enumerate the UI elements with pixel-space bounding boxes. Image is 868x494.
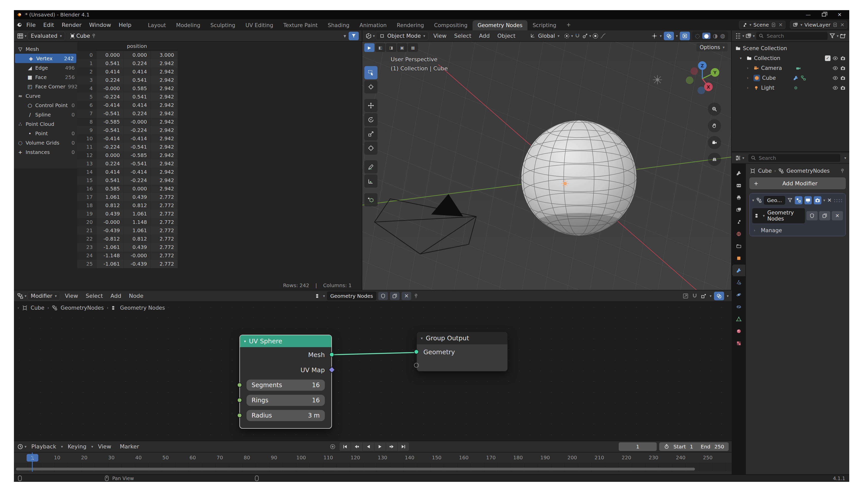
breadcrumb-object[interactable]: Cube (758, 168, 772, 174)
table-row[interactable]: 11 -0.224 -0.541 2.942 (77, 143, 178, 151)
socket-input[interactable] (237, 398, 242, 403)
tab-collection[interactable] (732, 240, 745, 252)
data-source-item[interactable]: ◆ Vertex 242 (15, 54, 76, 63)
delete-modifier-icon[interactable]: ✕ (827, 197, 832, 203)
tool-scale[interactable] (364, 127, 377, 140)
tab-output[interactable] (732, 192, 745, 203)
modifier-panel-header[interactable]: ▾ Geo... ▾ ✕ :::: (752, 196, 843, 205)
editor-type-chevron-icon[interactable]: ▾ (742, 34, 744, 38)
overlay-toggle[interactable] (714, 292, 724, 300)
table-row[interactable]: 23 -1.061 0.439 2.772 (77, 243, 178, 251)
unlink-scene-icon[interactable]: ✕ (779, 22, 783, 28)
tab-scene[interactable] (732, 216, 745, 228)
table-row[interactable]: 8 -0.585 -0.000 2.942 (77, 118, 178, 126)
editor-type-chevron-icon[interactable]: ▾ (24, 34, 26, 38)
breadcrumb-modifier[interactable]: GeometryNodes (787, 168, 830, 174)
socket-input[interactable] (237, 413, 242, 418)
workspace-tab[interactable]: Sculpting (205, 20, 240, 31)
geometry-nodes-data-icon[interactable] (800, 75, 806, 81)
data-source-item[interactable]: ◰ Face Corner 992 (14, 82, 77, 91)
socket-geometry-input[interactable] (414, 349, 419, 354)
prev-keyframe-button[interactable] (351, 442, 362, 451)
column-group-header[interactable]: position (96, 42, 178, 51)
render-camera-icon[interactable] (840, 55, 846, 61)
tab-view-layer[interactable] (732, 204, 745, 215)
scene-selector[interactable]: ▾ Scene ✕ (739, 21, 786, 29)
breadcrumb-object[interactable]: Cube (31, 305, 44, 311)
unlink-datablock-button[interactable]: ✕ (832, 211, 843, 220)
socket-uvmap-output[interactable] (328, 366, 335, 373)
input-value-slider[interactable]: Radius 3 m (246, 410, 325, 421)
breadcrumb-modifier[interactable]: GeometryNodes (60, 305, 104, 311)
workspace-tab[interactable]: Geometry Nodes (473, 20, 528, 31)
camera-data-icon[interactable] (796, 65, 801, 71)
gizmo-axis-x-neg[interactable] (690, 68, 698, 75)
shading-solid-icon[interactable]: ● (702, 33, 710, 39)
breadcrumb-tree[interactable]: Geometry Nodes (120, 305, 165, 311)
table-row[interactable]: 21 -0.439 1.061 2.772 (77, 226, 178, 235)
breadcrumb-collapse-icon[interactable]: › (17, 306, 19, 310)
funnel-icon[interactable] (829, 33, 835, 39)
render-camera-icon[interactable] (840, 75, 846, 81)
tool-select-box[interactable] (364, 66, 377, 79)
chevron-down-icon[interactable]: ▾ (844, 156, 846, 160)
shading-wireframe-icon[interactable]: ◌ (695, 33, 700, 39)
mode-dropdown[interactable]: Object Mode ▾ (376, 32, 429, 40)
menu-marker[interactable]: Marker (116, 443, 143, 450)
end-value[interactable]: 250 (715, 443, 724, 450)
workspace-tab[interactable]: Shading (323, 20, 354, 31)
timeline-ruler[interactable]: 1020304050607080901001101201301401501601… (14, 453, 732, 463)
tool-cursor[interactable] (364, 80, 377, 93)
socket-mesh-output[interactable] (329, 352, 334, 357)
parent-tree-icon[interactable] (682, 293, 689, 299)
eye-icon[interactable] (833, 75, 838, 81)
xray-toggle[interactable] (680, 32, 690, 40)
node-group-output[interactable]: ▾ Group Output Geometry (417, 332, 508, 372)
show-gizmo-icon[interactable] (651, 33, 658, 39)
light-object-marker[interactable] (653, 75, 662, 84)
outliner-search[interactable] (756, 32, 828, 40)
editor-type-chevron-icon[interactable]: ▾ (24, 444, 26, 449)
tab-modifiers[interactable] (732, 265, 745, 276)
navigation-gizmo[interactable]: Z Y X (682, 58, 723, 98)
pin-icon[interactable] (91, 33, 96, 39)
tab-render[interactable] (732, 179, 745, 191)
table-row[interactable]: 19 0.439 1.061 2.772 (77, 210, 178, 218)
auto-keying-record-icon[interactable] (329, 443, 336, 450)
outliner-row-collection[interactable]: ▾ Collection ✓ (733, 53, 848, 63)
start-value[interactable]: 1 (690, 443, 693, 450)
manage-section-header[interactable]: › Manage (752, 227, 843, 233)
new-collection-icon[interactable] (839, 33, 846, 39)
workspace-tab[interactable]: Compositing (429, 20, 473, 31)
data-source-item[interactable]: ◌ Volume Grids 0 (14, 138, 77, 147)
toggle-select-mode-3[interactable]: ▣ (397, 43, 407, 52)
node-canvas[interactable]: › Cube › GeometryNodes › Geometry Nodes … (14, 302, 732, 441)
zoom-button[interactable] (708, 102, 721, 116)
toggle-object-types[interactable]: ▶ (364, 43, 374, 52)
table-row[interactable]: 5 -0.224 0.541 2.942 (77, 93, 178, 101)
outliner-editor-icon[interactable] (735, 33, 741, 39)
camera-object[interactable] (374, 194, 476, 254)
menu-item[interactable]: View (429, 33, 450, 39)
editor-type-chevron-icon[interactable]: ▾ (373, 34, 375, 38)
render-camera-icon[interactable] (840, 85, 846, 91)
new-view-layer-icon[interactable] (833, 22, 838, 27)
menu-item[interactable]: Object (494, 33, 519, 39)
data-source-item[interactable]: ≈ Curve (14, 91, 77, 100)
data-source-item[interactable]: / Spline 0 (14, 110, 77, 119)
table-row[interactable]: 20 -0.000 1.148 2.772 (77, 218, 178, 226)
modifier-wrench-icon[interactable] (793, 75, 798, 81)
data-source-item[interactable]: ▽ Mesh (14, 44, 77, 54)
filter-expand-chevron-icon[interactable]: ▾ (344, 33, 346, 39)
copy-datablock-button[interactable] (390, 292, 400, 300)
snap-target-icon[interactable] (582, 33, 588, 39)
render-camera-icon[interactable] (840, 65, 846, 71)
snap-node-icon[interactable] (701, 293, 707, 299)
expand-chevron-icon[interactable]: › (747, 76, 752, 80)
editor-type-chevron-icon[interactable]: ▾ (742, 156, 744, 160)
table-row[interactable]: 4 -0.000 0.585 2.942 (77, 84, 178, 93)
table-row[interactable]: 7 -0.541 0.224 2.942 (77, 109, 178, 118)
socket-virtual-input[interactable] (414, 363, 419, 368)
properties-editor-icon[interactable] (735, 155, 741, 161)
tab-world[interactable] (732, 228, 745, 240)
